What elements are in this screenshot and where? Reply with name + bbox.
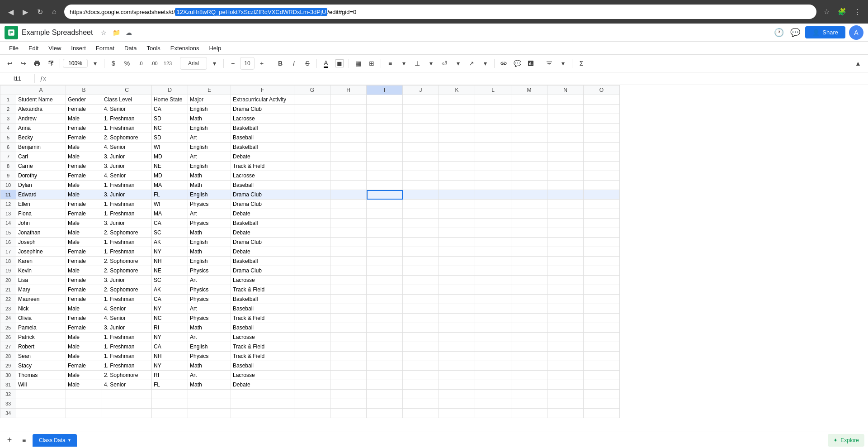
cell-E32[interactable] [188,390,231,399]
cell-L3[interactable] [475,114,511,124]
cell-G16[interactable] [294,238,330,247]
cell-D23[interactable]: NY [152,304,188,314]
print-button[interactable] [31,57,43,70]
cell-G31[interactable] [294,380,330,390]
url-bar[interactable]: https://docs.google.com/spreadsheets/d/1… [64,5,816,19]
cell-G5[interactable] [294,133,330,143]
menu-format[interactable]: Format [91,43,119,53]
cell-E5[interactable]: Art [188,133,231,143]
cell-M33[interactable] [511,399,547,409]
cell-J6[interactable] [403,143,439,152]
cell-K17[interactable] [439,247,475,257]
cell-I22[interactable] [367,295,403,304]
cell-A11[interactable]: Edward [16,190,66,200]
cell-A13[interactable]: Fiona [16,209,66,219]
cell-E2[interactable]: English [188,105,231,114]
cell-O34[interactable] [584,409,620,418]
sheet-list-button[interactable]: ≡ [18,434,30,446]
cell-M22[interactable] [511,295,547,304]
cell-C19[interactable]: 2. Sophomore [102,266,152,276]
cell-O22[interactable] [584,295,620,304]
cell-J34[interactable] [403,409,439,418]
cell-I14[interactable] [367,219,403,228]
cell-D15[interactable]: SC [152,228,188,238]
cell-N29[interactable] [547,361,584,371]
cell-F29[interactable]: Baseball [231,361,294,371]
cell-K23[interactable] [439,304,475,314]
cell-N28[interactable] [547,352,584,361]
cell-I3[interactable] [367,114,403,124]
text-rotate-button[interactable]: ↗ [465,57,478,70]
cell-G30[interactable] [294,371,330,380]
cell-H22[interactable] [330,295,367,304]
cell-K8[interactable] [439,162,475,171]
cell-J11[interactable] [403,190,439,200]
cell-G23[interactable] [294,304,330,314]
col-header-G[interactable]: G [294,86,330,95]
cell-K22[interactable] [439,295,475,304]
cell-H29[interactable] [330,361,367,371]
cell-F23[interactable]: Baseball [231,304,294,314]
cell-F4[interactable]: Basketball [231,124,294,133]
cell-J18[interactable] [403,257,439,266]
cell-C17[interactable]: 1. Freshman [102,247,152,257]
cell-F18[interactable]: Basketball [231,257,294,266]
cell-F22[interactable]: Basketball [231,295,294,304]
cell-H24[interactable] [330,314,367,323]
cell-N23[interactable] [547,304,584,314]
cell-L5[interactable] [475,133,511,143]
cell-I34[interactable] [367,409,403,418]
cell-F26[interactable]: Lacrosse [231,333,294,342]
col-header-D[interactable]: D [152,86,188,95]
col-header-J[interactable]: J [403,86,439,95]
cell-A5[interactable]: Becky [16,133,66,143]
cell-K34[interactable] [439,409,475,418]
cell-M18[interactable] [511,257,547,266]
cell-F6[interactable]: Basketball [231,143,294,152]
cell-L30[interactable] [475,371,511,380]
star-button[interactable]: ☆ [98,27,109,38]
cell-C34[interactable] [102,409,152,418]
menu-view[interactable]: View [44,43,66,53]
filter-button[interactable] [543,57,556,70]
cell-L20[interactable] [475,276,511,285]
cell-J14[interactable] [403,219,439,228]
cell-O1[interactable] [584,95,620,105]
cell-E29[interactable]: Math [188,361,231,371]
col-header-A[interactable]: A [16,86,66,95]
cell-E15[interactable]: Math [188,228,231,238]
folder-button[interactable]: 📁 [111,27,122,38]
cell-G26[interactable] [294,333,330,342]
cell-G2[interactable] [294,105,330,114]
cell-I28[interactable] [367,352,403,361]
cell-N14[interactable] [547,219,584,228]
cell-K1[interactable] [439,95,475,105]
text-rotate-dropdown[interactable]: ▾ [479,57,491,70]
cell-J20[interactable] [403,276,439,285]
cell-D4[interactable]: NC [152,124,188,133]
cell-E1[interactable]: Major [188,95,231,105]
cell-E13[interactable]: Art [188,209,231,219]
cell-N10[interactable] [547,181,584,190]
cell-E25[interactable]: Math [188,323,231,333]
cell-K10[interactable] [439,181,475,190]
cell-J32[interactable] [403,390,439,399]
cell-F8[interactable]: Track & Field [231,162,294,171]
cell-D18[interactable]: NH [152,257,188,266]
cell-J23[interactable] [403,304,439,314]
cell-M34[interactable] [511,409,547,418]
cell-N24[interactable] [547,314,584,323]
cell-L9[interactable] [475,171,511,181]
cell-C9[interactable]: 4. Senior [102,171,152,181]
cell-L17[interactable] [475,247,511,257]
cell-O16[interactable] [584,238,620,247]
cell-C2[interactable]: 4. Senior [102,105,152,114]
cell-E30[interactable]: Art [188,371,231,380]
cell-K27[interactable] [439,342,475,352]
cell-O23[interactable] [584,304,620,314]
cell-O6[interactable] [584,143,620,152]
cell-C11[interactable]: 3. Junior [102,190,152,200]
cell-G29[interactable] [294,361,330,371]
cell-A17[interactable]: Josephine [16,247,66,257]
cell-G18[interactable] [294,257,330,266]
